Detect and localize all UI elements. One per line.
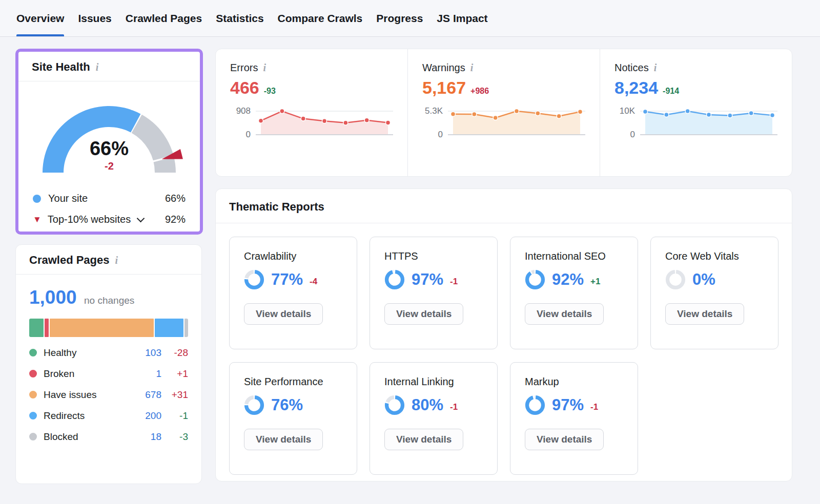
view-details-button[interactable]: View details	[525, 429, 604, 450]
card-title: HTTPS	[384, 250, 483, 262]
tab-compare-crawls[interactable]: Compare Crawls	[278, 0, 363, 36]
bar-segment[interactable]	[45, 319, 49, 337]
y-max-label: 908	[236, 106, 251, 116]
legend-row-broken: Broken 1 +1	[29, 363, 188, 384]
crawled-pages-total[interactable]: 1,000	[29, 287, 77, 308]
broken-label: Broken	[44, 368, 74, 380]
card-change: -4	[310, 277, 317, 287]
legend-row-your-site: Your site 66%	[33, 188, 186, 209]
notices-change: -914	[663, 87, 679, 96]
progress-ring-icon	[665, 269, 686, 290]
bar-segment[interactable]	[50, 319, 153, 337]
healthy-change: -28	[161, 347, 188, 359]
thematic-reports-title: Thematic Reports	[229, 200, 324, 214]
card-site-performance: Site Performance 76% View details	[229, 362, 357, 475]
bar-segment[interactable]	[29, 319, 44, 337]
card-title: Core Web Vitals	[665, 250, 764, 262]
broken-value[interactable]: 1	[134, 368, 161, 380]
tab-progress[interactable]: Progress	[376, 0, 423, 36]
redirects-value[interactable]: 200	[134, 410, 161, 422]
progress-ring-icon	[525, 269, 545, 290]
legend-row-top10: ▼ Top-10% websites 92%	[33, 209, 186, 230]
blocked-value[interactable]: 18	[134, 431, 161, 443]
notices-count[interactable]: 8,234	[614, 78, 658, 98]
card-title: Markup	[525, 376, 623, 388]
blocked-dot-icon	[29, 433, 37, 440]
card-https: HTTPS 97% -1 View details	[370, 237, 498, 349]
crawled-pages-panel: Crawled Pages i 1,000 no changes Healthy…	[15, 244, 202, 484]
y-min-label: 0	[438, 130, 443, 140]
your-site-label: Your site	[48, 193, 88, 204]
healthy-dot-icon	[29, 349, 37, 356]
view-details-button[interactable]: View details	[525, 303, 604, 325]
healthy-label: Healthy	[44, 347, 76, 359]
card-international-seo: International SEO 92% +1 View details	[510, 237, 638, 349]
warnings-title: Warnings	[422, 62, 465, 74]
notices-y-axis: 10K 0	[614, 105, 640, 139]
errors-y-axis: 908 0	[230, 105, 256, 139]
crawled-pages-stacked-bar	[29, 319, 188, 337]
crawled-pages-title: Crawled Pages	[29, 254, 110, 267]
legend-row-redirects: Redirects 200 -1	[29, 405, 188, 426]
bar-segment[interactable]	[184, 319, 188, 337]
info-icon[interactable]: i	[115, 254, 118, 266]
broken-change: +1	[161, 368, 188, 380]
card-change: -1	[590, 402, 598, 412]
your-site-dot-icon	[33, 195, 41, 203]
card-title: Crawlability	[244, 250, 342, 262]
triangle-down-icon: ▼	[33, 215, 42, 224]
warnings-count[interactable]: 5,167	[422, 78, 466, 98]
tab-crawled-pages[interactable]: Crawled Pages	[126, 0, 202, 36]
progress-ring-icon	[244, 269, 264, 290]
view-details-button[interactable]: View details	[384, 429, 463, 450]
card-percent: 76%	[271, 396, 303, 414]
issues-summary-panel: Errors i 466 -93 908 0 Warnings i 5,167 …	[215, 49, 792, 177]
top10-label: Top-10% websites	[48, 214, 131, 225]
view-details-button[interactable]: View details	[244, 303, 323, 325]
view-details-button[interactable]: View details	[665, 303, 744, 325]
y-min-label: 0	[246, 130, 251, 140]
card-percent: 80%	[412, 396, 443, 414]
progress-ring-icon	[244, 395, 264, 415]
card-title: International SEO	[525, 250, 623, 262]
warnings-y-axis: 5.3K 0	[422, 105, 448, 139]
top10-value: 92%	[165, 214, 186, 225]
notices-section: Notices i 8,234 -914 10K 0	[600, 49, 792, 176]
have-issues-value[interactable]: 678	[134, 389, 161, 401]
crawled-pages-note: no changes	[84, 295, 134, 306]
crawled-pages-legend: Healthy 103 -28 Broken 1 +1 Have issues …	[29, 342, 188, 447]
thematic-cards-grid: Crawlability 77% -4 View details HTTPS 9…	[216, 223, 792, 488]
info-icon[interactable]: i	[96, 61, 99, 73]
tab-statistics[interactable]: Statistics	[216, 0, 263, 36]
info-icon[interactable]: i	[263, 61, 266, 74]
have-issues-label: Have issues	[44, 389, 97, 401]
card-crawlability: Crawlability 77% -4 View details	[229, 237, 357, 349]
card-title: Internal Linking	[384, 376, 483, 388]
card-percent: 77%	[271, 270, 303, 289]
card-percent: 92%	[552, 270, 584, 289]
view-details-button[interactable]: View details	[384, 303, 463, 325]
info-icon[interactable]: i	[470, 61, 474, 74]
redirects-dot-icon	[29, 412, 37, 419]
tab-issues[interactable]: Issues	[78, 0, 111, 36]
legend-row-healthy: Healthy 103 -28	[29, 342, 188, 363]
site-health-gauge: 66% -2	[25, 91, 194, 179]
redirects-label: Redirects	[44, 410, 85, 422]
bar-segment[interactable]	[155, 319, 184, 337]
view-details-button[interactable]: View details	[244, 429, 323, 450]
tab-overview[interactable]: Overview	[16, 0, 64, 36]
errors-count[interactable]: 466	[230, 78, 259, 98]
y-max-label: 5.3K	[425, 106, 443, 116]
info-icon[interactable]: i	[654, 61, 657, 74]
tab-js-impact[interactable]: JS Impact	[437, 0, 487, 36]
chevron-down-icon[interactable]	[137, 215, 145, 223]
your-site-value: 66%	[165, 193, 186, 204]
y-max-label: 10K	[620, 106, 635, 116]
healthy-value[interactable]: 103	[134, 347, 161, 359]
progress-ring-icon	[384, 395, 405, 415]
broken-dot-icon	[29, 370, 37, 377]
y-min-label: 0	[630, 130, 635, 140]
blocked-change: -3	[161, 431, 188, 443]
card-percent: 0%	[692, 270, 715, 289]
site-health-title: Site Health	[32, 60, 90, 74]
